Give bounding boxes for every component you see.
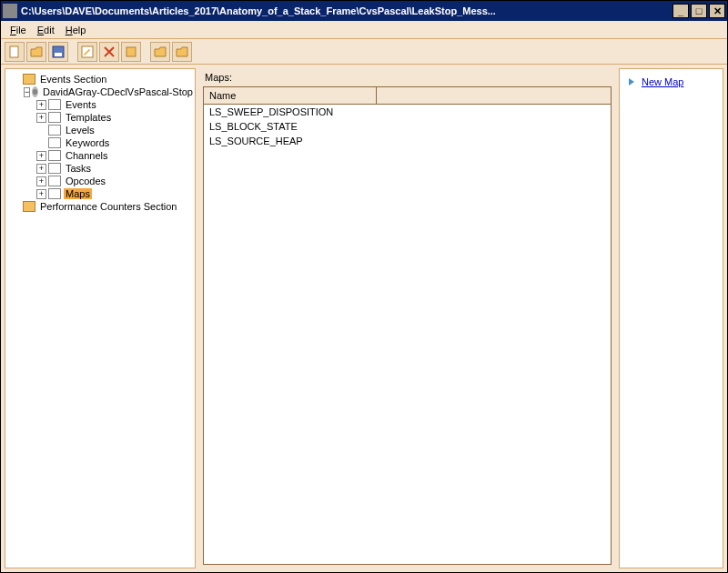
tb-save[interactable] (48, 42, 68, 62)
main-label: Maps: (203, 72, 612, 83)
window-title: C:\Users\DAVE\Documents\Articles_2017\An… (21, 5, 672, 16)
tb-folder1[interactable] (150, 42, 170, 62)
toolbar (1, 39, 727, 65)
list-body: LS_SWEEP_DISPOSITION LS_BLOCK_STATE LS_S… (204, 105, 611, 564)
doc-icon (48, 150, 61, 161)
list-header: Name (204, 87, 611, 105)
tb-open[interactable] (26, 42, 46, 62)
menubar: File Edit Help (1, 21, 727, 39)
folder-icon (23, 201, 35, 212)
collapse-icon[interactable]: − (24, 87, 30, 97)
list-item[interactable]: LS_SOURCE_HEAP (204, 134, 611, 148)
menu-edit[interactable]: Edit (32, 23, 60, 37)
app-icon (3, 4, 17, 18)
new-map-label: New Map (642, 76, 683, 87)
col-name[interactable]: Name (204, 87, 377, 104)
maximize-button[interactable]: □ (691, 4, 707, 18)
tree-levels[interactable]: Levels (5, 124, 195, 136)
tb-edit[interactable] (77, 42, 97, 62)
svg-rect-0 (10, 46, 18, 57)
svg-rect-2 (55, 53, 62, 56)
tree-events-section[interactable]: Events Section (5, 73, 195, 85)
gear-icon (32, 86, 38, 97)
expand-icon[interactable]: + (36, 164, 46, 174)
svg-rect-4 (126, 47, 136, 56)
tree-maps[interactable]: +Maps (5, 187, 195, 200)
window-buttons: _ □ ✕ (672, 4, 725, 18)
tree-channels[interactable]: +Channels (5, 149, 195, 162)
expand-icon[interactable]: + (36, 176, 46, 186)
expand-icon[interactable]: + (36, 100, 46, 110)
tree-panel: Events Section −DavidAGray-CDeclVsPascal… (5, 68, 196, 568)
tree-keywords[interactable]: Keywords (5, 136, 195, 149)
doc-icon (48, 188, 61, 199)
titlebar: C:\Users\DAVE\Documents\Articles_2017\An… (1, 1, 727, 21)
tb-delete[interactable] (99, 42, 119, 62)
expand-icon[interactable]: + (36, 189, 46, 199)
expand-icon[interactable]: + (36, 113, 46, 123)
doc-icon (48, 125, 61, 136)
menu-help[interactable]: Help (60, 23, 92, 37)
doc-icon (48, 112, 61, 123)
doc-icon (48, 163, 61, 174)
doc-icon (48, 176, 61, 186)
tree-provider[interactable]: −DavidAGray-CDeclVsPascal-Stop (5, 85, 195, 98)
tree-perf-section[interactable]: Performance Counters Section (5, 200, 195, 213)
arrow-icon (627, 76, 638, 87)
tb-folder2[interactable] (172, 42, 192, 62)
menu-file[interactable]: File (5, 23, 32, 37)
tree-tasks[interactable]: +Tasks (5, 162, 195, 175)
main-panel: Maps: Name LS_SWEEP_DISPOSITION LS_BLOCK… (196, 65, 619, 572)
new-map-link[interactable]: New Map (627, 76, 715, 87)
tree-opcodes[interactable]: +Opcodes (5, 175, 195, 187)
col-blank[interactable] (377, 87, 611, 104)
folder-icon (23, 74, 35, 85)
doc-icon (48, 99, 61, 110)
list-item[interactable]: LS_BLOCK_STATE (204, 119, 611, 134)
tree-events[interactable]: +Events (5, 98, 195, 111)
tb-props[interactable] (121, 42, 141, 62)
tree-templates[interactable]: +Templates (5, 111, 195, 124)
tb-new[interactable] (5, 42, 25, 62)
maps-list: Name LS_SWEEP_DISPOSITION LS_BLOCK_STATE… (203, 86, 612, 565)
content-area: Events Section −DavidAGray-CDeclVsPascal… (1, 65, 727, 572)
close-button[interactable]: ✕ (709, 4, 725, 18)
doc-icon (48, 137, 61, 148)
list-item[interactable]: LS_SWEEP_DISPOSITION (204, 105, 611, 119)
expand-icon[interactable]: + (36, 151, 46, 161)
action-panel: New Map (619, 68, 723, 568)
minimize-button[interactable]: _ (672, 4, 689, 18)
